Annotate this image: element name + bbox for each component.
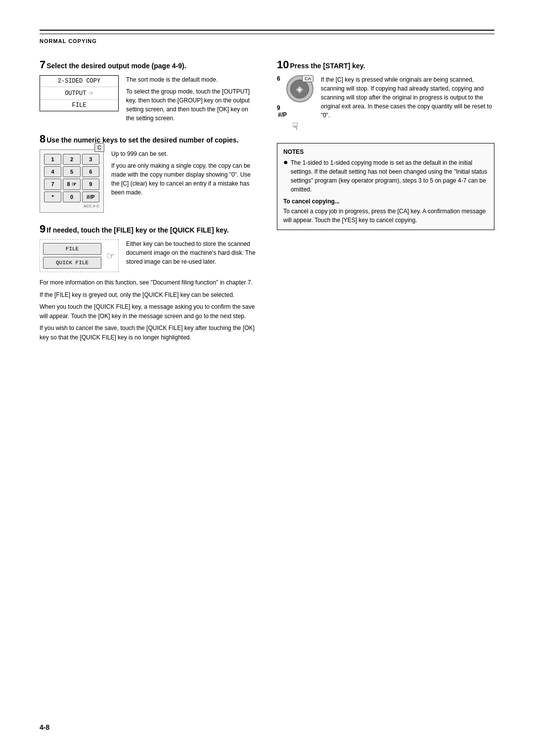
notes-box: NOTES ● The 1-sided to 1-sided copying m… bbox=[277, 143, 494, 230]
step-9-para5: If you wish to cancel the save, touch th… bbox=[40, 324, 257, 342]
step-8-number: 8 bbox=[40, 134, 45, 144]
bullet-dot-icon: ● bbox=[283, 158, 288, 166]
step-9-para2: For more information on this function, s… bbox=[40, 278, 257, 287]
step-7-heading: Select the desired output mode (page 4-9… bbox=[46, 59, 186, 70]
step-10-block: 10 Press the [START] key. 6 CA ◈ bbox=[277, 59, 494, 132]
cancel-title: To cancel copying... bbox=[283, 198, 488, 205]
file-quick-file-box: FILE QUICK FILE ☞ bbox=[40, 239, 119, 272]
step-10-content: 6 CA ◈ 9 #/P ☟ bbox=[277, 75, 494, 132]
start-button-outer: CA ◈ bbox=[286, 75, 313, 102]
numeric-keypad: 12345678 ☞9*0#/P ACC.#-C C bbox=[40, 149, 104, 213]
start-num-hashp: #/P bbox=[278, 111, 287, 118]
file-buttons: FILE QUICK FILE bbox=[43, 243, 101, 269]
notes-bullet-text: The 1-sided to 1-sided copying mode is s… bbox=[291, 158, 488, 194]
step-7-block: 7 Select the desired output mode (page 4… bbox=[40, 59, 257, 123]
step-7-desc-line1: The sort mode is the default mode. bbox=[126, 75, 257, 84]
output-mode-box: 2-SIDED COPY OUTPUT ☞ FILE bbox=[40, 75, 119, 111]
step-10-desc: If the [C] key is pressed while original… bbox=[321, 75, 494, 120]
acc-label: ACC.#-C bbox=[44, 204, 99, 208]
step-9-content: FILE QUICK FILE ☞ Either key can be touc… bbox=[40, 239, 257, 272]
cancel-text: To cancel a copy job in progress, press … bbox=[283, 207, 488, 225]
mode-2sided: 2-SIDED COPY bbox=[40, 76, 118, 87]
step-7-number: 7 bbox=[40, 59, 45, 70]
keypad-grid: 12345678 ☞9*0#/P bbox=[44, 154, 99, 202]
start-nums-row: 6 CA ◈ bbox=[277, 75, 313, 102]
step-10-description: If the [C] key is pressed while original… bbox=[321, 75, 494, 132]
start-key-panel: 6 CA ◈ 9 #/P ☟ bbox=[277, 75, 313, 132]
file-panel: FILE QUICK FILE ☞ bbox=[40, 239, 119, 272]
step-8-desc-1: Up to 999 can be set. bbox=[111, 149, 257, 158]
step-8-block: 8 Use the numeric keys to set the desire… bbox=[40, 134, 257, 213]
start-panel-wrap: 6 CA ◈ 9 #/P ☟ bbox=[277, 75, 313, 132]
step-8-content: 12345678 ☞9*0#/P ACC.#-C C Up to 999 can… bbox=[40, 149, 257, 213]
step-8-description: Up to 999 can be set. If you are only ma… bbox=[111, 149, 257, 213]
step-9-number: 9 bbox=[40, 224, 45, 235]
step-8-heading: Use the numeric keys to set the desired … bbox=[46, 134, 238, 144]
notes-bullet-1: ● The 1-sided to 1-sided copying mode is… bbox=[283, 158, 488, 194]
step-10-heading: Press the [START] key. bbox=[290, 59, 365, 70]
section-title: NORMAL COPYING bbox=[40, 38, 97, 44]
keypad-panel: 12345678 ☞9*0#/P ACC.#-C C bbox=[40, 149, 104, 213]
step-9-para3: If the [FILE] key is greyed out, only th… bbox=[40, 290, 257, 300]
start-arrow-icon: ◈ bbox=[296, 84, 303, 94]
section-header: NORMAL COPYING bbox=[40, 30, 494, 45]
ca-key-label: CA bbox=[302, 75, 313, 82]
cursor-hand-icon: ☞ bbox=[89, 89, 93, 97]
finger-press-icon: ☟ bbox=[292, 120, 298, 132]
step-10-number: 10 bbox=[277, 59, 289, 70]
file-arrow-icon: ☞ bbox=[106, 250, 115, 262]
step-9-block: 9 If needed, touch the [FILE] key or the… bbox=[40, 224, 257, 342]
start-button-inner: ◈ bbox=[290, 80, 309, 98]
step-7-content: 2-SIDED COPY OUTPUT ☞ FILE The sort mode… bbox=[40, 75, 257, 123]
mode-file: FILE bbox=[40, 100, 118, 111]
left-column: 7 Select the desired output mode (page 4… bbox=[40, 59, 257, 353]
page-number: 4-8 bbox=[40, 723, 49, 731]
step-7-desc-line2: To select the group mode, touch the [OUT… bbox=[126, 87, 257, 123]
mode-output: OUTPUT ☞ bbox=[40, 87, 118, 100]
step-9-para4: When you touch the [QUICK FILE] key, a m… bbox=[40, 302, 257, 321]
start-num-6: 6 bbox=[277, 75, 280, 102]
step-9-heading: If needed, touch the [FILE] key or the [… bbox=[46, 224, 228, 234]
step-9-description: Either key can be touched to store the s… bbox=[126, 239, 257, 272]
quick-file-button: QUICK FILE bbox=[43, 257, 101, 269]
step-9-desc-1: Either key can be touched to store the s… bbox=[126, 239, 257, 266]
start-num-9: 9 bbox=[277, 104, 280, 111]
step-8-desc-2: If you are only making a single copy, th… bbox=[111, 161, 257, 197]
step-7-description: The sort mode is the default mode. To se… bbox=[126, 75, 257, 123]
notes-title: NOTES bbox=[283, 148, 488, 155]
right-column: 10 Press the [START] key. 6 CA ◈ bbox=[277, 59, 494, 353]
output-mode-panel: 2-SIDED COPY OUTPUT ☞ FILE bbox=[40, 75, 119, 123]
file-button: FILE bbox=[43, 243, 101, 255]
